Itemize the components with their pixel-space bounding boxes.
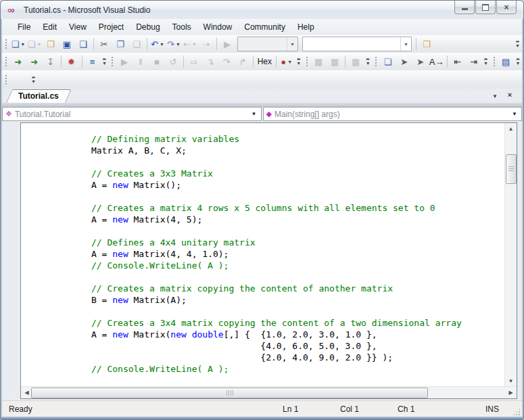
menu-window[interactable]: Window [197, 20, 239, 34]
toolbar-grip[interactable] [375, 56, 378, 67]
step-out-button[interactable]: ↱ [235, 54, 251, 69]
menu-project[interactable]: Project [93, 20, 130, 34]
code-line: A = new Matrix(new double[,] { {1.0, 2.0… [28, 329, 505, 340]
horizontal-scrollbar-thumb[interactable] [31, 388, 428, 398]
hex-display-button[interactable]: Hex [256, 54, 274, 69]
insert-snippet-button[interactable]: ➤ [412, 54, 429, 69]
add-new-item-button[interactable]: ❏▼ [26, 37, 43, 51]
types-dropdown-value: Tutorial.Tutorial [15, 110, 247, 119]
toolbar-overflow-button[interactable]: ▸▸▼ [29, 72, 38, 87]
delete-memory-window-button[interactable]: ▦ [348, 54, 364, 69]
exceptions-button[interactable]: ✹ [64, 54, 80, 69]
restart-button[interactable]: ↺ [165, 54, 181, 69]
stop-button[interactable]: ■ [149, 54, 165, 69]
active-files-dropdown-button[interactable]: ▼ [490, 91, 500, 101]
scroll-right-arrow[interactable]: ▶ [505, 387, 517, 398]
standard-toolbar: ❏▼❏▼❒▣❑✂❐❑↶▼↷▼⇠▼⇢▶▼▼❒▸▸▼ [2, 35, 522, 53]
step-out-process-button[interactable]: ➜ [26, 54, 43, 69]
menu-edit[interactable]: Edit [37, 20, 63, 34]
navigate-forward-button[interactable]: ⇢ [198, 37, 214, 51]
menu-view[interactable]: View [63, 20, 93, 34]
cut-button[interactable]: ✂ [96, 37, 112, 51]
toolbar-grip[interactable] [306, 56, 309, 67]
visual-studio-logo-icon: ∞ [7, 5, 20, 16]
decrease-indent-button[interactable]: ⇤ [450, 54, 466, 69]
breakpoint-glyph-button[interactable]: ●▼ [279, 54, 295, 69]
new-project-button[interactable]: ❏▼ [10, 37, 26, 51]
code-line [28, 191, 505, 202]
toolbar-grip[interactable] [5, 56, 8, 67]
toolbar-overflow-button[interactable]: ▸▸▼ [100, 54, 108, 69]
decrease-indent-icon: ⇤ [454, 57, 461, 66]
show-next-statement-button[interactable]: ⇨ [186, 54, 202, 69]
breakpoints-window-button[interactable]: ≡ [84, 54, 100, 69]
step-into-button[interactable]: ↴ [202, 54, 218, 69]
help-contents-button[interactable]: ▤ [498, 54, 514, 69]
menu-debug[interactable]: Debug [130, 20, 166, 34]
toolbar-separator [447, 55, 448, 68]
toolbar-grip[interactable] [111, 56, 114, 67]
close-document-button[interactable]: × [504, 91, 515, 99]
start-debugging-button[interactable]: ▶ [219, 37, 235, 51]
scroll-down-arrow[interactable]: ▼ [505, 375, 517, 387]
redo-button[interactable]: ↷▼ [166, 37, 182, 51]
vertical-scrollbar-thumb[interactable] [506, 154, 517, 184]
visual-studio-window: ∞ Tutorial.cs - Microsoft Visual Studio … [0, 0, 524, 420]
open-file-button[interactable]: ❒ [43, 37, 59, 51]
menu-tools[interactable]: Tools [166, 20, 197, 34]
code-area[interactable]: // Defining matrix variables Matrix A, B… [21, 123, 505, 387]
step-over-button[interactable]: ↷ [218, 54, 235, 69]
menu-bar: FileEditViewProjectDebugToolsWindowCommu… [2, 19, 522, 36]
toolbar-grip[interactable] [493, 56, 496, 67]
paste-button[interactable]: ❑ [128, 37, 145, 51]
pause-button[interactable]: ‖ [133, 54, 149, 69]
horizontal-scrollbar[interactable]: ◀ ▶ [21, 386, 517, 398]
navigate-to-icon: A→ [429, 57, 444, 66]
download-symbols-button[interactable]: ↧ [43, 54, 59, 69]
increase-indent-button[interactable]: ⇥ [466, 54, 482, 69]
toolbar-grip[interactable] [5, 39, 8, 49]
title-bar[interactable]: ∞ Tutorial.cs - Microsoft Visual Studio … [1, 1, 523, 19]
resize-grip[interactable] [513, 408, 521, 416]
memory-window-2-button[interactable]: ▦ [327, 54, 343, 69]
solution-configurations-combo[interactable]: ▼ [237, 37, 298, 51]
menu-community[interactable]: Community [238, 20, 291, 34]
code-editor[interactable]: // Defining matrix variables Matrix A, B… [20, 122, 517, 399]
dropdown-arrow-icon: ▼ [160, 42, 164, 47]
undo-button[interactable]: ↶▼ [149, 37, 166, 51]
copy-button[interactable]: ❐ [112, 37, 128, 51]
breakpoints-window-icon: ≡ [90, 57, 95, 66]
navigate-to-button[interactable]: A→ [429, 54, 445, 69]
continue-button[interactable]: ▶ [116, 54, 133, 69]
breakpoint-glyph-icon: ● [281, 57, 286, 66]
save-button[interactable]: ▣ [59, 37, 75, 51]
comment-block-button[interactable]: ❏ [380, 54, 396, 69]
memory-window-1-button[interactable]: ▦ [310, 54, 327, 69]
toolbar-overflow-button[interactable]: ▸▸▼ [514, 54, 522, 69]
save-all-button[interactable]: ❑ [75, 37, 91, 51]
menu-help[interactable]: Help [291, 20, 320, 34]
toolbar-separator [61, 55, 62, 68]
restore-button[interactable] [475, 1, 496, 14]
find-in-files-button[interactable]: ❒ [419, 37, 435, 51]
tab-tutorial-cs[interactable]: Tutorial.cs [6, 89, 66, 103]
status-column: Col 1 [340, 404, 359, 414]
find-combo[interactable]: ▼ [302, 37, 412, 51]
toolbar-overflow-button[interactable]: ▸▸▼ [364, 54, 372, 69]
types-dropdown[interactable]: ❖ Tutorial.Tutorial ▼ [2, 107, 262, 121]
surround-with-button[interactable]: ➤ [396, 54, 412, 69]
members-dropdown[interactable]: ◆ Main(string[] args) ▼ [263, 107, 523, 121]
vertical-scrollbar[interactable]: ▲ ▼ [504, 123, 517, 387]
minimize-button[interactable] [454, 1, 475, 14]
menu-file[interactable]: File [11, 20, 37, 34]
navigate-backward-button[interactable]: ⇠▼ [182, 37, 198, 51]
toolbar-overflow-button[interactable]: ▸▸▼ [513, 37, 522, 51]
toolbar-grip[interactable] [5, 74, 8, 85]
close-button[interactable]: × [496, 1, 517, 14]
undo-icon: ↶ [151, 40, 158, 49]
toolbar-overflow-button[interactable]: ▸▸▼ [295, 54, 303, 69]
scroll-up-arrow[interactable]: ▲ [505, 123, 517, 135]
toolbar-overflow-button[interactable]: ▸▸▼ [482, 54, 490, 69]
step-into-process-button[interactable]: ➜ [10, 54, 26, 69]
status-insert-mode: INS [485, 404, 499, 414]
